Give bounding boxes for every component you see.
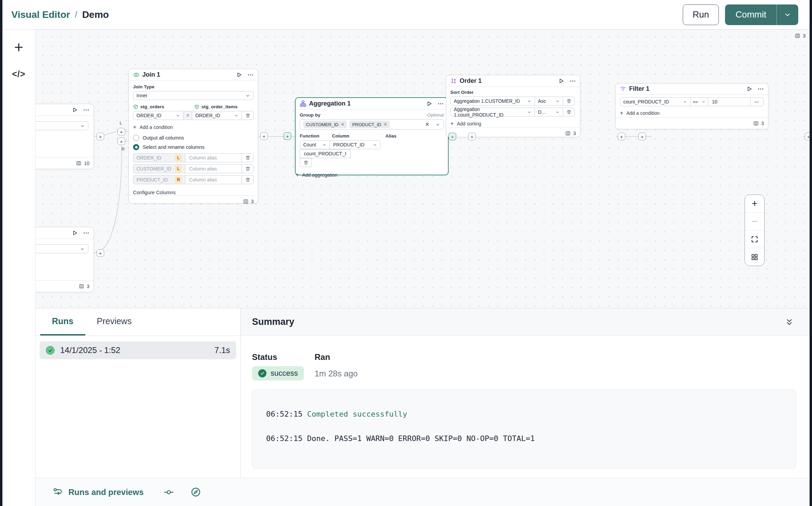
port-filter-output[interactable]: + <box>805 133 810 140</box>
add-node-button[interactable]: + <box>2 37 35 57</box>
configure-columns-link[interactable]: Configure Columns <box>133 190 254 195</box>
tab-previews[interactable]: Previews <box>85 308 143 336</box>
column-alias-input[interactable] <box>188 155 239 161</box>
zoom-in-button[interactable]: + <box>745 195 764 212</box>
sort-column-select[interactable]: Aggregation 1.CUSTOMER_ID <box>450 97 535 106</box>
aggregation-function-select[interactable]: Count <box>300 140 330 149</box>
node-source-top[interactable]: ⋯ 10 <box>35 104 94 169</box>
play-icon[interactable] <box>70 229 79 238</box>
join-type-select[interactable]: Inner <box>133 91 254 100</box>
run-button[interactable]: Run <box>683 4 719 25</box>
column-alias-input[interactable] <box>188 177 239 183</box>
summary-body: Status success Ran 1m 28s ago 06:52:15 C… <box>241 336 810 469</box>
column-alias-field[interactable] <box>185 153 242 162</box>
columns-count: 3 <box>87 284 89 289</box>
explore-button[interactable] <box>190 487 201 497</box>
port-source-top-output[interactable]: + <box>97 133 104 140</box>
zoom-out-button[interactable]: − <box>745 212 764 230</box>
auto-layout-button[interactable] <box>745 248 764 266</box>
port-join-input-left[interactable]: + <box>118 128 125 135</box>
port-join-input-right[interactable]: + <box>118 138 125 145</box>
delete-column-button[interactable] <box>242 153 254 162</box>
breadcrumb-visual-editor[interactable]: Visual Editor <box>11 9 70 20</box>
port-filter-input[interactable]: + <box>638 133 646 140</box>
run-log[interactable]: 06:52:15 Completed successfully 06:52:15… <box>252 389 796 469</box>
play-icon[interactable] <box>234 70 243 79</box>
remove-chip-icon[interactable]: ✕ <box>384 122 387 127</box>
aggregation-column-select[interactable]: PRODUCT_ID <box>330 140 381 149</box>
play-icon[interactable] <box>557 77 566 86</box>
group-by-chip[interactable]: CUSTOMER_ID ✕ <box>303 121 347 128</box>
clear-selection-icon[interactable]: ✕ <box>425 121 429 128</box>
node-aggregation-1[interactable]: Aggregation 1 ⋯ Group by Optional CUSTOM… <box>295 97 449 175</box>
aggregation-alias-input[interactable] <box>303 151 347 157</box>
columns-icon <box>753 121 759 126</box>
filter-value-field[interactable] <box>708 97 750 106</box>
add-aggregation-link[interactable]: + Add aggregation <box>296 172 448 178</box>
node-menu-button[interactable]: ⋯ <box>82 106 91 114</box>
delete-sort-button[interactable] <box>563 97 575 106</box>
delete-column-button[interactable] <box>242 175 254 184</box>
source-bottom-select[interactable] <box>35 244 88 253</box>
run-list-item[interactable]: 14/1/2025 - 1:52 7.1s <box>40 341 236 359</box>
play-icon[interactable] <box>425 99 434 108</box>
node-order-1[interactable]: Order 1 ⋯ Sort Order Aggregation 1.CUSTO… <box>446 75 580 137</box>
pipeline-canvas[interactable]: + + + + + + + + + + + L R ⋯ 10 ⋯ <box>35 30 810 308</box>
column-alias-input[interactable] <box>188 166 239 172</box>
delete-aggregation-button[interactable] <box>300 158 312 167</box>
node-menu-button[interactable]: ⋯ <box>246 70 255 79</box>
output-all-columns-radio[interactable]: Output all columns <box>133 135 254 141</box>
node-source-bottom[interactable]: ⋯ 3 <box>35 227 94 292</box>
port-source-bottom-output[interactable]: + <box>97 249 104 257</box>
column-alias-field[interactable] <box>185 164 242 173</box>
commit-button[interactable]: Commit <box>725 4 777 25</box>
filter-column-select[interactable]: count_PRODUCT_ID <box>620 97 691 106</box>
port-join-output[interactable]: + <box>260 132 268 140</box>
play-icon[interactable] <box>70 106 79 114</box>
delete-column-button[interactable] <box>242 164 254 173</box>
table-icon <box>194 104 199 109</box>
join-add-condition-link[interactable]: + Add a condition <box>133 124 254 131</box>
join-left-key-select[interactable]: ORDER_ID <box>133 111 184 120</box>
node-menu-button[interactable]: ⋯ <box>82 229 91 238</box>
sort-direction-select[interactable]: D… <box>535 108 563 117</box>
port-aggregation-output[interactable]: + <box>449 133 456 140</box>
aggregation-alias-field[interactable] <box>300 149 351 158</box>
commit-history-button[interactable] <box>164 487 174 497</box>
summary-pane: Summary Status success Ran 1 <box>241 308 810 478</box>
remove-chip-icon[interactable]: ✕ <box>341 122 344 127</box>
collapse-panel-button[interactable] <box>783 317 796 327</box>
fit-view-button[interactable] <box>745 230 764 248</box>
add-sorting-link[interactable]: + Add sorting <box>450 120 576 127</box>
node-filter-1[interactable]: Filter 1 ⋯ count_PRODUCT_ID >= ⋯ <box>615 83 768 129</box>
node-menu-button[interactable]: ⋯ <box>436 99 445 108</box>
group-by-multiselect[interactable]: CUSTOMER_ID ✕ PRODUCT_ID ✕ ✕ <box>300 119 444 130</box>
sort-column-select[interactable]: Aggregation 1.count_PRODUCT_ID <box>450 108 535 117</box>
status-badge: success <box>252 366 304 381</box>
node-menu-button[interactable]: ⋯ <box>756 85 765 94</box>
source-top-select[interactable] <box>35 121 88 130</box>
filter-more-button[interactable]: ⋯ <box>750 97 764 106</box>
commit-dropdown-button[interactable] <box>777 4 798 25</box>
filter-value-input[interactable] <box>711 99 747 105</box>
node-title: Filter 1 <box>629 85 649 92</box>
code-view-button[interactable]: </> <box>2 67 35 81</box>
column-alias-field[interactable] <box>185 175 242 184</box>
sort-direction-select[interactable]: Asc <box>535 97 563 106</box>
delete-condition-button[interactable] <box>242 111 254 120</box>
port-aggregation-input[interactable]: + <box>284 132 291 140</box>
join-right-key-select[interactable]: ORDER_ID <box>192 111 242 120</box>
group-by-chip[interactable]: PRODUCT_ID ✕ <box>349 121 390 128</box>
tab-runs[interactable]: Runs <box>40 308 85 336</box>
port-order-input[interactable]: + <box>468 133 476 140</box>
port-order-output[interactable]: + <box>618 133 625 140</box>
node-menu-button[interactable]: ⋯ <box>568 77 577 86</box>
filter-add-condition-link[interactable]: + Add a condition <box>620 110 764 117</box>
select-rename-columns-radio[interactable]: Select and rename columns <box>133 144 254 150</box>
node-join-1[interactable]: Join 1 ⋯ Join Type Inner stg_orders stg_… <box>129 69 258 204</box>
play-icon[interactable] <box>745 85 754 94</box>
delete-sort-button[interactable] <box>563 108 575 117</box>
side-badge: R <box>175 176 182 183</box>
runs-previews-label[interactable]: Runs and previews <box>68 487 144 497</box>
filter-operator-select[interactable]: >= <box>690 97 708 106</box>
